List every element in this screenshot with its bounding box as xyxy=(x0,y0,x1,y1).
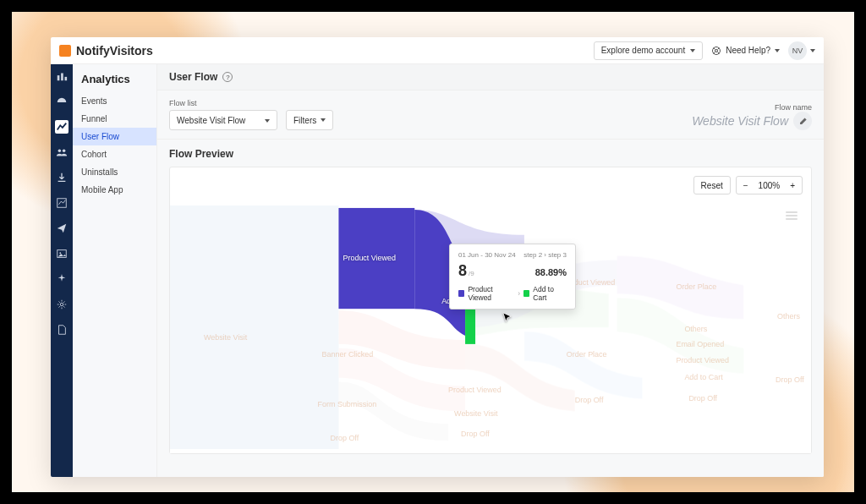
need-help-link[interactable]: Need Help? xyxy=(711,46,780,56)
controls-row: Flow list Website Visit Flow Filters Flo… xyxy=(157,90,824,140)
svg-text:Drop Off: Drop Off xyxy=(776,375,804,384)
tooltip-date-range: 01 Jun - 30 Nov 24 xyxy=(458,251,516,259)
svg-text:Drop Off: Drop Off xyxy=(461,430,490,438)
svg-rect-4 xyxy=(65,77,68,80)
svg-point-11 xyxy=(60,303,63,306)
flow-preview-title: Flow Preview xyxy=(169,148,812,160)
page-title: User Flow xyxy=(169,71,217,83)
main-panel: User Flow ? Flow list Website Visit Flow… xyxy=(157,64,824,477)
gear-icon[interactable] xyxy=(55,298,69,311)
svg-text:Email Opened: Email Opened xyxy=(676,340,724,348)
icon-rail xyxy=(51,64,73,477)
explore-demo-button[interactable]: Explore demo account xyxy=(594,41,704,60)
svg-text:Drop Off: Drop Off xyxy=(331,434,359,442)
edit-flow-name-button[interactable] xyxy=(793,112,812,130)
flow-name-label: Flow name xyxy=(692,103,812,112)
svg-text:Website Visit: Website Visit xyxy=(454,409,498,418)
spark-icon[interactable] xyxy=(55,272,69,286)
svg-point-10 xyxy=(59,252,61,254)
sidebar-item-uninstalls[interactable]: Uninstalls xyxy=(73,163,156,181)
brand-logo-text: NotifyVisitors xyxy=(59,44,153,58)
tooltip-from: Product Viewed xyxy=(468,285,514,302)
svg-rect-2 xyxy=(58,75,60,80)
doc-icon[interactable] xyxy=(55,323,69,337)
lifebuoy-icon xyxy=(711,46,721,56)
svg-point-6 xyxy=(58,150,62,153)
tooltip-to: Add to Cart xyxy=(533,285,567,302)
brand-logo-icon xyxy=(59,45,71,57)
cursor-icon xyxy=(502,311,513,326)
sidebar-item-cohort[interactable]: Cohort xyxy=(73,145,156,163)
svg-text:Form Submission: Form Submission xyxy=(318,400,377,408)
tooltip-pct: 88.89% xyxy=(535,267,567,277)
zoom-control[interactable]: − 100% + xyxy=(736,176,803,194)
sankey-chart[interactable]: Product Viewed Add to Cart Website Visit… xyxy=(170,201,811,453)
chart2-icon[interactable] xyxy=(55,196,69,210)
flow-preview-panel: Reset − 100% + xyxy=(169,167,812,454)
flow-list-select[interactable]: Website Visit Flow xyxy=(169,110,277,130)
svg-text:Others: Others xyxy=(684,325,707,333)
sidebar-item-events[interactable]: Events xyxy=(73,92,156,110)
flow-list-value: Website Visit Flow xyxy=(177,116,245,125)
reset-button[interactable]: Reset xyxy=(693,176,731,194)
svg-rect-5 xyxy=(62,99,63,102)
svg-text:Add to Cart: Add to Cart xyxy=(684,373,723,381)
filters-label: Filters xyxy=(293,116,316,125)
flow-name-value: Website Visit Flow xyxy=(692,114,788,128)
svg-text:Banner Clicked: Banner Clicked xyxy=(322,350,374,359)
svg-text:Others: Others xyxy=(777,312,800,320)
group-icon[interactable] xyxy=(55,145,69,159)
svg-text:Drop Off: Drop Off xyxy=(575,396,604,404)
bar-chart-icon[interactable] xyxy=(55,69,69,83)
sidebar-item-user-flow[interactable]: User Flow xyxy=(73,128,156,145)
explore-demo-label: Explore demo account xyxy=(601,46,686,55)
sidebar-item-mobile-app[interactable]: Mobile App xyxy=(73,181,156,199)
line-chart-icon[interactable] xyxy=(55,120,69,134)
svg-text:Product Viewed: Product Viewed xyxy=(448,386,502,394)
reset-label: Reset xyxy=(701,181,723,190)
flow-list-label: Flow list xyxy=(169,99,277,107)
download-icon[interactable] xyxy=(55,171,69,184)
tooltip-of: /9 xyxy=(469,270,474,277)
brand-bold: Notify xyxy=(76,44,110,58)
sidebar-item-funnel[interactable]: Funnel xyxy=(73,110,156,128)
legend-dot-green xyxy=(523,290,529,297)
svg-rect-3 xyxy=(61,74,63,81)
need-help-label: Need Help? xyxy=(726,46,770,55)
svg-point-7 xyxy=(63,150,66,153)
sankey-tooltip: 01 Jun - 30 Nov 24 step 2 › step 3 8/9 8… xyxy=(449,244,576,310)
avatar-initials: NV xyxy=(792,47,803,55)
svg-point-1 xyxy=(715,49,718,52)
node-label-product-viewed: Product Viewed xyxy=(343,254,396,262)
tooltip-count: 8 xyxy=(458,262,467,279)
chevron-down-icon xyxy=(690,49,695,52)
send-icon[interactable] xyxy=(55,222,69,235)
image-icon[interactable] xyxy=(55,247,69,260)
legend-dot-purple xyxy=(458,290,464,297)
info-icon[interactable]: ? xyxy=(222,72,233,82)
chevron-down-icon xyxy=(775,49,780,52)
analytics-sidebar: Analytics Events Funnel User Flow Cohort… xyxy=(73,64,157,477)
chevron-down-icon xyxy=(321,118,326,122)
sidebar-title: Analytics xyxy=(73,69,156,92)
zoom-value: 100% xyxy=(759,181,781,190)
topbar: NotifyVisitors Explore demo account Need… xyxy=(51,37,824,64)
pencil-icon xyxy=(798,117,808,126)
svg-text:Product Viewed: Product Viewed xyxy=(676,356,729,364)
avatar[interactable]: NV xyxy=(788,41,807,60)
svg-text:Drop Off: Drop Off xyxy=(688,394,717,403)
svg-text:Order Place: Order Place xyxy=(567,350,607,359)
chevron-down-icon xyxy=(265,119,270,123)
app-window: NotifyVisitors Explore demo account Need… xyxy=(51,37,824,477)
ghost-label: Website Visit xyxy=(204,333,248,342)
svg-text:Order Place: Order Place xyxy=(676,282,716,291)
zoom-out-button[interactable]: − xyxy=(743,181,748,190)
zoom-in-button[interactable]: + xyxy=(790,181,795,190)
chevron-down-icon[interactable] xyxy=(810,49,815,52)
brand-light: Visitors xyxy=(110,44,153,58)
svg-rect-8 xyxy=(58,199,67,208)
filters-button[interactable]: Filters xyxy=(286,110,333,130)
page-title-bar: User Flow ? xyxy=(157,64,824,90)
tooltip-step: step 2 › step 3 xyxy=(523,251,567,259)
dashboard-icon[interactable] xyxy=(55,95,69,108)
